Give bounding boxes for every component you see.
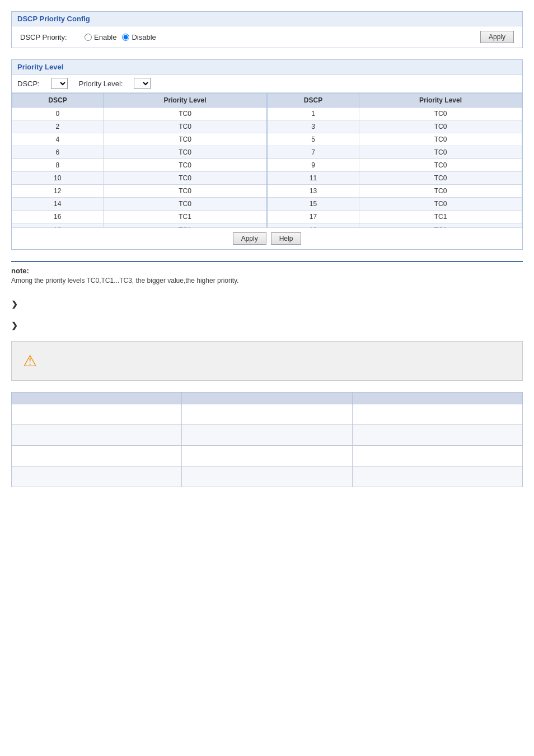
dscp-right-cell: 7 [267,146,359,159]
dscp-left-cell: 18 [12,223,104,228]
pl-left-cell: TC0 [103,159,267,172]
table-row: 16 TC1 17 TC1 [12,211,522,223]
dscp-left-cell: 6 [12,146,104,159]
bottom-header-1 [12,393,182,404]
pl-left-cell: TC0 [103,198,267,211]
enable-label: Enable [94,33,116,41]
dscp-apply-button[interactable]: Apply [480,31,514,43]
priority-table-scroll[interactable]: DSCP Priority Level DSCP Priority Level … [12,93,522,227]
dscp-right-cell: 15 [267,198,359,211]
pl-left-cell: TC0 [103,133,267,146]
dscp-filter-select[interactable] [51,78,68,89]
note-label: note: [11,267,523,275]
list-item [12,446,523,466]
pl-right-cell: TC0 [359,146,522,159]
pl-right-cell: TC0 [359,198,522,211]
bullet-item-2: ❯ [11,320,523,330]
disable-option[interactable]: Disable [122,33,156,41]
dscp-priority-row: DSCP Priority: Enable Disable Apply [12,26,522,48]
note-section: note: Among the priority levels TC0,TC1.… [11,261,523,284]
list-item [12,425,523,446]
dscp-filter-label: DSCP: [17,80,40,88]
dscp-left-cell: 8 [12,159,104,172]
bottom-col3 [352,425,522,446]
bottom-header-3 [352,393,522,404]
list-item [12,466,523,487]
pl-right-cell: TC0 [359,108,522,120]
col-header-pl-right: Priority Level [359,94,522,108]
dscp-right-cell: 3 [267,120,359,133]
table-row: 10 TC0 11 TC0 [12,172,522,185]
bottom-header-2 [182,393,352,404]
priority-level-title: Priority Level [12,60,522,74]
table-row: 0 TC0 1 TC0 [12,108,522,120]
table-actions: Apply Help [12,227,522,249]
pl-right-cell: TC1 [359,211,522,223]
dscp-right-cell: 5 [267,133,359,146]
pl-right-cell: TC0 [359,172,522,185]
col-header-dscp-right: DSCP [267,94,359,108]
dscp-left-cell: 10 [12,172,104,185]
warning-icon: ⚠ [23,352,37,370]
bottom-col1 [12,446,182,466]
dscp-right-cell: 17 [267,211,359,223]
list-item [12,404,523,425]
priority-level-filter-label: Priority Level: [79,80,123,88]
pl-left-cell: TC0 [103,120,267,133]
dscp-left-cell: 12 [12,185,104,198]
dscp-config-title: DSCP Priority Config [12,12,522,26]
table-row: 18 TC1 19 TC1 [12,223,522,228]
pl-right-cell: TC0 [359,185,522,198]
col-header-dscp-left: DSCP [12,94,104,108]
col-header-pl-left: Priority Level [103,94,267,108]
enable-radio[interactable] [85,34,92,41]
pl-right-cell: TC1 [359,223,522,228]
priority-help-button[interactable]: Help [271,232,302,245]
priority-level-section: Priority Level DSCP: Priority Level: DSC… [11,59,523,250]
dscp-priority-label: DSCP Priority: [20,33,76,41]
dscp-left-cell: 14 [12,198,104,211]
pl-right-cell: TC0 [359,120,522,133]
bullet-item-1: ❯ [11,298,523,309]
table-row: 6 TC0 7 TC0 [12,146,522,159]
bullet-section: ❯ ❯ [11,298,523,330]
dscp-right-cell: 1 [267,108,359,120]
dscp-left-cell: 2 [12,120,104,133]
table-row: 8 TC0 9 TC0 [12,159,522,172]
pl-left-cell: TC0 [103,108,267,120]
bottom-col3 [352,466,522,487]
table-row: 12 TC0 13 TC0 [12,185,522,198]
priority-level-filter-select[interactable] [134,78,151,89]
pl-left-cell: TC1 [103,223,267,228]
dscp-right-cell: 11 [267,172,359,185]
bottom-col1 [12,404,182,425]
bullet-arrow-2: ❯ [11,321,18,330]
radio-group: Enable Disable [85,33,472,41]
dscp-config-section: DSCP Priority Config DSCP Priority: Enab… [11,11,523,48]
pl-left-cell: TC1 [103,211,267,223]
bottom-col2 [182,404,352,425]
bottom-col3 [352,446,522,466]
bottom-col2 [182,446,352,466]
dscp-right-cell: 13 [267,185,359,198]
dscp-left-cell: 16 [12,211,104,223]
priority-filter-row: DSCP: Priority Level: [12,74,522,93]
enable-option[interactable]: Enable [85,33,116,41]
priority-apply-button[interactable]: Apply [233,232,266,245]
dscp-right-cell: 9 [267,159,359,172]
bottom-col2 [182,466,352,487]
pl-left-cell: TC0 [103,146,267,159]
pl-left-cell: TC0 [103,172,267,185]
warning-box: ⚠ [11,341,523,381]
pl-right-cell: TC0 [359,133,522,146]
pl-right-cell: TC0 [359,159,522,172]
disable-radio[interactable] [122,34,129,41]
bottom-col3 [352,404,522,425]
table-row: 2 TC0 3 TC0 [12,120,522,133]
dscp-right-cell: 19 [267,223,359,228]
table-row: 4 TC0 5 TC0 [12,133,522,146]
bottom-col1 [12,466,182,487]
disable-label: Disable [132,33,156,41]
bottom-table [11,392,523,487]
priority-table: DSCP Priority Level DSCP Priority Level … [12,93,522,227]
